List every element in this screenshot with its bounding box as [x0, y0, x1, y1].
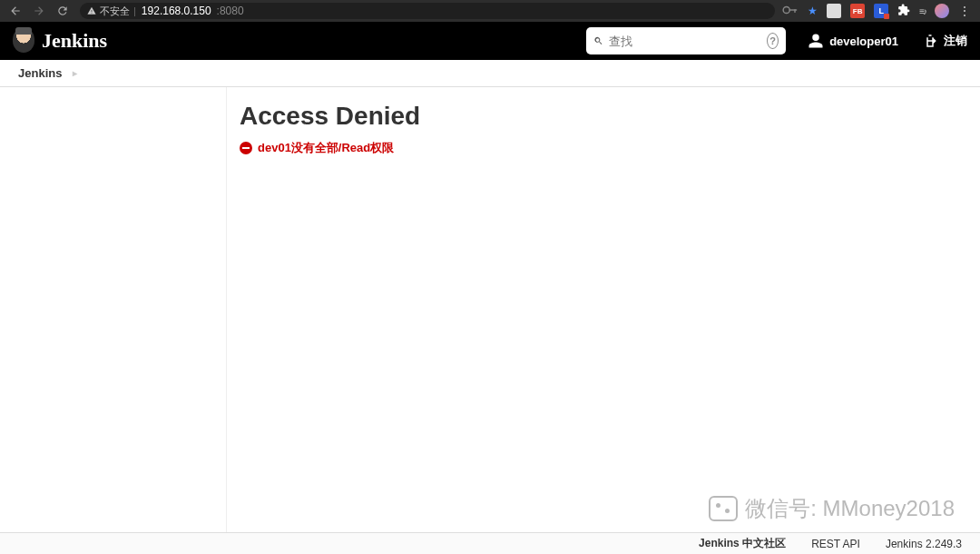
- insecure-indicator: 不安全 |: [87, 5, 136, 18]
- main-layout: Access Denied dev01没有全部/Read权限: [0, 87, 980, 532]
- browser-chrome: 不安全 | 192.168.0.150:8080 ★ FB L ≡♪ ⋮: [0, 0, 980, 22]
- user-link[interactable]: developer01: [808, 33, 898, 49]
- bookmark-star-icon[interactable]: ★: [808, 5, 818, 17]
- main-content: Access Denied dev01没有全部/Read权限: [227, 87, 980, 532]
- jenkins-brand-text: Jenkins: [42, 29, 107, 53]
- footer-community-link[interactable]: Jenkins 中文社区: [699, 536, 786, 551]
- breadcrumb: Jenkins ▸: [0, 60, 980, 87]
- svg-rect-2: [794, 9, 795, 13]
- svg-point-0: [783, 6, 789, 13]
- profile-avatar[interactable]: [935, 4, 949, 18]
- extension-icons: ★ FB L ≡♪ ⋮: [782, 4, 975, 19]
- username-text: developer01: [829, 35, 898, 48]
- jenkins-logo[interactable]: Jenkins: [13, 29, 107, 53]
- user-icon: [808, 33, 824, 49]
- search-help-icon[interactable]: ?: [767, 33, 779, 49]
- extension-icon-3[interactable]: L: [874, 4, 888, 18]
- insecure-label: 不安全: [100, 5, 130, 18]
- extension-icon-1[interactable]: [827, 4, 841, 18]
- sidebar: [0, 87, 227, 532]
- url-host: 192.168.0.150: [142, 5, 211, 17]
- search-input[interactable]: [609, 35, 761, 48]
- logout-text: 注销: [944, 33, 967, 49]
- media-control-icon[interactable]: ≡♪: [919, 6, 926, 16]
- footer: Jenkins 中文社区 REST API Jenkins 2.249.3: [0, 532, 980, 554]
- key-icon[interactable]: [782, 5, 799, 17]
- back-button[interactable]: [9, 5, 22, 17]
- logout-link[interactable]: 注销: [922, 33, 967, 49]
- nav-controls: [5, 5, 73, 17]
- forward-button[interactable]: [33, 5, 45, 17]
- footer-version: Jenkins 2.249.3: [886, 538, 962, 550]
- error-message: dev01没有全部/Read权限: [240, 140, 967, 156]
- error-text: dev01没有全部/Read权限: [258, 140, 394, 156]
- reload-button[interactable]: [56, 5, 69, 17]
- url-port: :8080: [217, 5, 244, 17]
- search-box[interactable]: ?: [586, 27, 786, 54]
- logout-icon: [922, 33, 938, 49]
- footer-rest-api-link[interactable]: REST API: [811, 538, 860, 550]
- search-icon: [593, 34, 603, 48]
- extensions-menu-icon[interactable]: [897, 4, 910, 19]
- breadcrumb-separator-icon: ▸: [73, 68, 77, 78]
- svg-rect-1: [789, 9, 798, 10]
- error-icon: [240, 142, 252, 154]
- url-bar[interactable]: 不安全 | 192.168.0.150:8080: [80, 3, 775, 19]
- browser-menu-icon[interactable]: ⋮: [958, 4, 971, 18]
- extension-icon-2[interactable]: FB: [850, 4, 865, 18]
- jenkins-logo-icon: [13, 29, 34, 53]
- jenkins-header: Jenkins ? developer01 注销: [0, 22, 980, 60]
- breadcrumb-root[interactable]: Jenkins: [18, 66, 62, 80]
- page-title: Access Denied: [240, 102, 967, 131]
